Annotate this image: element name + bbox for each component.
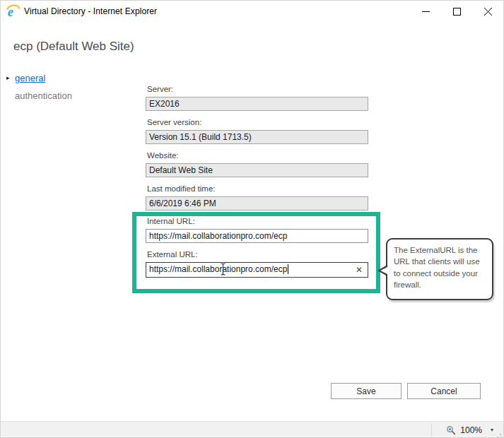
website-field: Default Web Site [146, 163, 368, 177]
page-title: ecp (Default Web Site) [13, 40, 134, 54]
window-title: Virtual Directory - Internet Explorer [24, 6, 157, 16]
zoom-level: 100% [460, 425, 482, 435]
server-field: EX2016 [146, 97, 368, 111]
close-icon [484, 7, 493, 16]
last-modified-label: Last modified time: [147, 184, 216, 193]
internal-url-input[interactable]: https://mail.collaborationpro.com/ecp [146, 229, 368, 243]
status-bar: 100% ▾ [1, 421, 503, 437]
maximize-button[interactable] [441, 1, 472, 22]
external-url-value: https://mail.collaborationpro.com/ecp [149, 264, 287, 274]
selected-item-arrow-icon: ▸ [6, 74, 10, 81]
minimize-button[interactable] [410, 1, 441, 22]
status-separator [431, 423, 432, 437]
external-url-tooltip: The ExternalURL is the URL that clients … [386, 238, 493, 300]
zoom-dropdown-arrow-icon: ▾ [491, 427, 493, 433]
resize-grip[interactable] [500, 434, 501, 435]
server-label: Server: [147, 85, 173, 93]
clear-field-icon[interactable]: ✕ [356, 265, 363, 275]
browser-window: e Virtual Directory - Internet Explorer … [0, 0, 504, 438]
cancel-button[interactable]: Cancel [407, 383, 481, 399]
external-url-label: External URL: [147, 250, 198, 259]
title-bar[interactable]: e Virtual Directory - Internet Explorer [1, 1, 503, 22]
server-version-field: Version 15.1 (Build 1713.5) [146, 130, 368, 144]
external-url-input[interactable]: https://mail.collaborationpro.com/ecp ✕ [146, 262, 368, 278]
internet-explorer-icon: e [6, 4, 20, 18]
website-label: Website: [147, 151, 179, 160]
window-controls [410, 1, 503, 22]
internal-url-value: https://mail.collaborationpro.com/ecp [149, 231, 287, 241]
i-beam-cursor-icon [220, 263, 226, 276]
text-caret [288, 264, 288, 274]
tooltip-text: The ExternalURL is the URL that clients … [394, 246, 480, 289]
last-modified-field: 6/6/2019 6:46 PM [146, 196, 368, 211]
minimize-icon [422, 11, 430, 12]
nav-item-authentication[interactable]: authentication [15, 90, 72, 101]
internal-url-label: Internal URL: [147, 217, 195, 225]
magnifier-icon [446, 425, 456, 435]
save-button[interactable]: Save [331, 383, 402, 399]
close-button[interactable] [472, 1, 503, 22]
maximize-icon [453, 8, 461, 16]
server-version-label: Server version: [147, 118, 201, 126]
nav-item-general[interactable]: general [15, 73, 45, 83]
zoom-control[interactable]: 100% ▾ [446, 422, 493, 438]
